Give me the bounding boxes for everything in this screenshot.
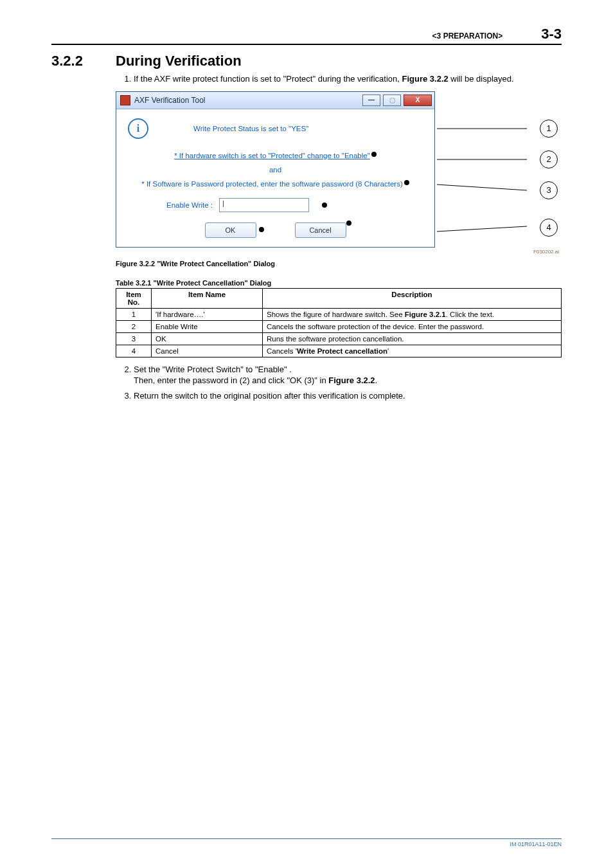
section-number: 3.2.2 bbox=[51, 53, 116, 69]
minimize-button[interactable]: — bbox=[362, 95, 380, 106]
table-row: 4 Cancel Cancels 'Write Protect cancella… bbox=[116, 345, 562, 357]
cancel-button[interactable]: Cancel bbox=[295, 222, 346, 238]
enable-write-label: Enable Write : bbox=[166, 201, 213, 209]
window-title: AXF Verification Tool bbox=[134, 96, 206, 105]
table-row: 2 Enable Write Cancels the software prot… bbox=[116, 320, 562, 332]
step-1-figref: Figure 3.2.2 bbox=[402, 74, 448, 84]
callout-1: 1 bbox=[540, 120, 558, 138]
app-icon bbox=[120, 95, 130, 105]
hw-switch-link[interactable]: * If hardware switch is set to "Protecte… bbox=[174, 152, 370, 159]
footer-code: IM 01R01A11-01EN bbox=[51, 838, 562, 847]
step-3: Return the switch to the original positi… bbox=[134, 390, 562, 402]
table-row: 1 'If hardware….' Shows the figure of ha… bbox=[116, 308, 562, 320]
description-table: Item No. Item Name Description 1 'If har… bbox=[116, 288, 562, 357]
step-1: If the AXF write protect function is set… bbox=[134, 73, 562, 85]
info-icon: i bbox=[128, 118, 148, 139]
status-line: Write Protect Status is set to "YES" bbox=[193, 125, 308, 132]
table-caption: Table 3.2.1 "Write Protect Cancellation"… bbox=[116, 279, 562, 287]
step-2: Set the "Write Protect Switch" to "Enabl… bbox=[134, 364, 562, 386]
figure-file-label: F030202.ai bbox=[116, 249, 559, 255]
callout-3: 3 bbox=[540, 181, 558, 199]
page-number: 3-3 bbox=[541, 26, 562, 42]
title-bar: AXF Verification Tool — ▢ X bbox=[116, 92, 434, 109]
callout-4: 4 bbox=[540, 219, 558, 237]
section-title: During Verification bbox=[116, 53, 242, 69]
figure-caption: Figure 3.2.2 "Write Protect Cancellation… bbox=[116, 260, 562, 267]
dialog-window: AXF Verification Tool — ▢ X i Write Prot… bbox=[116, 91, 435, 248]
step-1-text-after: will be displayed. bbox=[449, 74, 514, 84]
svg-line-2 bbox=[437, 185, 527, 190]
enable-write-input[interactable]: | bbox=[219, 198, 309, 212]
th-desc: Description bbox=[263, 288, 562, 308]
close-button[interactable]: X bbox=[404, 95, 432, 106]
th-itemname: Item Name bbox=[152, 288, 263, 308]
step-1-text-before: If the AXF write protect function is set… bbox=[134, 74, 402, 84]
table-row: 3 OK Runs the software protection cancel… bbox=[116, 332, 562, 345]
sw-password-line: * If Software is Password protected, ent… bbox=[141, 180, 403, 188]
page-header: <3 PREPARATION> 3-3 bbox=[51, 26, 562, 45]
svg-line-3 bbox=[437, 226, 527, 231]
ok-button[interactable]: OK bbox=[205, 222, 256, 238]
and-label: and bbox=[128, 166, 423, 174]
th-itemno: Item No. bbox=[116, 288, 152, 308]
chapter-label: <3 PREPARATION> bbox=[432, 32, 503, 41]
callout-2: 2 bbox=[540, 150, 558, 168]
maximize-button[interactable]: ▢ bbox=[383, 95, 401, 106]
figure-wrap: AXF Verification Tool — ▢ X i Write Prot… bbox=[116, 91, 562, 255]
